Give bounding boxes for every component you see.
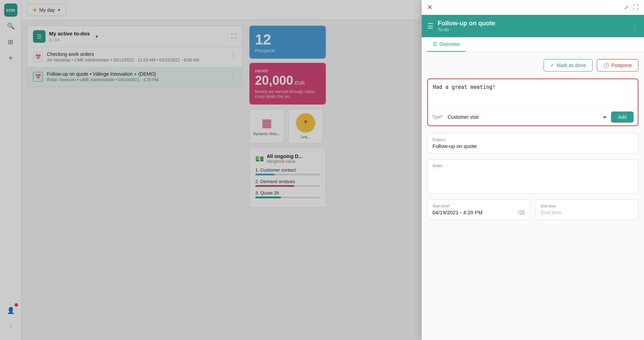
notes-label: Notes [432, 164, 633, 168]
modal-actions: ✓ Mark as done 🕐 Postpone [427, 59, 638, 72]
start-time-text[interactable]: 04/19/2021 - 4:20 PM [432, 209, 482, 215]
modal-todo-icon: ☰ [427, 22, 434, 30]
mark-as-done-label: Mark as done [556, 63, 586, 68]
tab-overview-label: Overview [439, 41, 460, 47]
modal-close-button[interactable]: ✕ [427, 3, 432, 11]
end-time-label: End time [541, 204, 633, 208]
note-box: Type* Customer visit Add [427, 78, 638, 126]
modal-header-icons: ⤢ ⛶ [624, 4, 638, 11]
modal-expand-button[interactable]: ⤢ [624, 4, 629, 11]
postpone-button[interactable]: 🕐 Postpone [597, 59, 638, 72]
modal-fullscreen-button[interactable]: ⛶ [633, 4, 638, 11]
start-time-field: Start time* 04/19/2021 - 4:20 PM ⌫ [427, 199, 530, 220]
tab-overview-icon: ☰ [433, 41, 437, 47]
modal-teal-header: ☰ Follow-up on quote To-do ⋮ [422, 15, 644, 37]
subject-field: Subject Follow-up on quote [427, 133, 638, 154]
subject-value[interactable]: Follow-up on quote [432, 143, 633, 149]
notes-field: Notes [427, 159, 638, 194]
start-time-label: Start time* [432, 204, 525, 208]
end-time-field: End time End time [536, 199, 638, 220]
modal-body: ✓ Mark as done 🕐 Postpone Type* Customer… [422, 52, 644, 340]
modal-header-text: Follow-up on quote To-do [438, 20, 495, 32]
note-type-select[interactable]: Customer visit [446, 114, 608, 120]
mark-as-done-button[interactable]: ✓ Mark as done [544, 59, 593, 72]
note-textarea[interactable] [428, 79, 638, 107]
subject-label: Subject [432, 138, 633, 142]
time-row: Start time* 04/19/2021 - 4:20 PM ⌫ End t… [427, 199, 638, 220]
modal-tabs: ☰ Overview [422, 37, 644, 52]
modal-panel: ✕ ⤢ ⛶ ☰ Follow-up on quote To-do ⋮ ☰ Ove… [422, 0, 644, 340]
tab-overview[interactable]: ☰ Overview [427, 37, 465, 52]
end-time-placeholder[interactable]: End time [541, 209, 633, 215]
note-type-label: Type* [432, 115, 443, 119]
modal-menu-icon[interactable]: ⋮ [631, 22, 638, 30]
add-note-button[interactable]: Add [611, 111, 634, 123]
checkmark-icon: ✓ [550, 63, 554, 68]
modal-header-content: ☰ Follow-up on quote To-do [427, 20, 627, 32]
start-time-value: 04/19/2021 - 4:20 PM ⌫ [432, 209, 525, 215]
modal-close-bar: ✕ ⤢ ⛶ [422, 0, 644, 15]
modal-title: Follow-up on quote [438, 20, 495, 27]
clock-icon: 🕐 [603, 63, 609, 68]
start-time-clear-button[interactable]: ⌫ [518, 210, 525, 215]
postpone-label: Postpone [611, 63, 632, 68]
modal-type: To-do [438, 27, 495, 32]
note-type-row: Type* Customer visit Add [428, 108, 638, 125]
